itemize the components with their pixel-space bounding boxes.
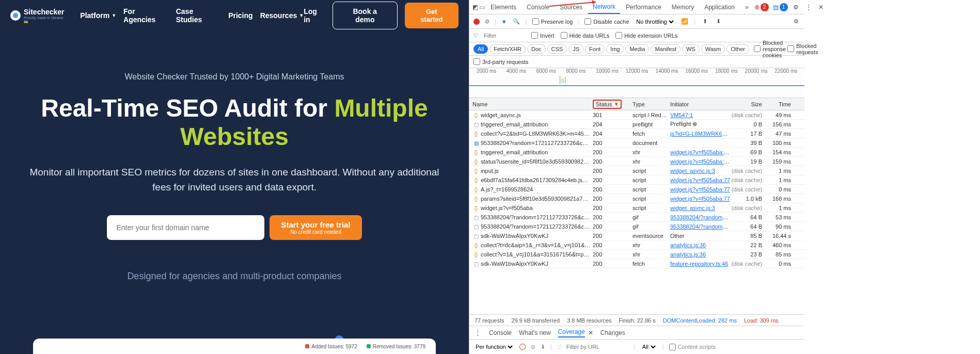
type-media[interactable]: Media	[625, 44, 649, 54]
logo[interactable]: Sitechecker Proudly made in Ukraine 🇺🇦	[10, 8, 69, 24]
table-row[interactable]: {}collect?v=1&_v=j101&a=315167156&t=page…	[469, 250, 804, 259]
type-other[interactable]: Other	[726, 44, 749, 54]
tab-sources[interactable]: Sources	[555, 1, 587, 13]
coverage-all-select[interactable]: All	[640, 343, 657, 350]
type-wasm[interactable]: Wasm	[701, 44, 725, 54]
blocked-requests-check[interactable]: Blocked requests	[787, 43, 818, 55]
table-row[interactable]: ▢triggered_email_attribution204preflight…	[469, 120, 804, 129]
type-ws[interactable]: WS	[682, 44, 700, 54]
initiator-link[interactable]: widget.js?v=f505aba:77	[670, 177, 730, 183]
tab-application[interactable]: Application	[700, 1, 739, 13]
drawer-tab-console[interactable]: Console	[489, 329, 512, 336]
domain-input[interactable]	[107, 215, 264, 240]
drawer-tab-changes[interactable]: Changes	[600, 329, 625, 336]
nav-cases[interactable]: Case Studies	[176, 7, 221, 24]
inspect-icon[interactable]: ◩	[472, 3, 478, 11]
nav-platform[interactable]: Platform▼	[80, 11, 116, 20]
initiator-link[interactable]: VM547:1	[670, 112, 693, 118]
more-tabs[interactable]: »	[740, 1, 753, 13]
coverage-export-icon[interactable]: ⬇	[541, 344, 545, 350]
initiator-link[interactable]: widget.js?v=f505aba:146	[670, 158, 730, 165]
type-js[interactable]: JS	[568, 44, 583, 54]
header-initiator[interactable]: Initiator	[668, 101, 730, 107]
content-scripts-check[interactable]: Content scripts	[669, 344, 716, 350]
preserve-log-check[interactable]: Preserve log	[532, 18, 573, 25]
book-demo-button[interactable]: Book a demo	[333, 2, 398, 29]
filter-icon[interactable]: ▼	[501, 19, 507, 25]
type-font[interactable]: Font	[585, 44, 605, 54]
type-all[interactable]: All	[473, 44, 488, 54]
header-type[interactable]: Type	[630, 101, 668, 107]
error-indicator[interactable]: ⊗2	[754, 3, 769, 11]
table-row[interactable]: ▤953388204?random=1721127233726&cv=11&f……	[469, 138, 804, 148]
drawer-menu-icon[interactable]: ⋮	[473, 329, 482, 337]
coverage-record-icon[interactable]	[519, 344, 526, 350]
initiator-link[interactable]: widget.js?v=f505aba:77	[670, 186, 730, 192]
initiator-link[interactable]: js?id=G-L8M3WRK63K&l=…	[670, 131, 730, 137]
hide-ext-check[interactable]: Hide extension URLs	[615, 32, 677, 39]
get-started-button[interactable]: Get started	[405, 3, 459, 28]
tab-memory[interactable]: Memory	[667, 1, 699, 13]
search-icon[interactable]: 🔍	[512, 18, 520, 26]
type-css[interactable]: CSS	[547, 44, 567, 54]
record-icon[interactable]	[473, 19, 480, 25]
table-row[interactable]: {}widget_async.js301script / Redir…VM547…	[469, 110, 804, 120]
drawer-tab-coverage[interactable]: Coverage	[558, 328, 585, 337]
table-row[interactable]: ▢953388204/?random=1721127233726&cv=11&……	[469, 213, 804, 222]
info-indicator[interactable]: ▤1	[773, 3, 788, 11]
coverage-url-filter[interactable]	[566, 344, 628, 350]
table-row[interactable]: {}status?usersite_id=5f8f10e3d5593009821…	[469, 157, 804, 166]
coverage-clear-icon[interactable]: ⊘	[531, 344, 535, 350]
tab-elements[interactable]: Elements	[486, 1, 521, 13]
initiator-link[interactable]: analytics.js:36	[670, 242, 706, 248]
initiator-link[interactable]: 953388204/?random=1721…	[670, 214, 730, 220]
device-icon[interactable]: ▭	[479, 3, 485, 11]
tab-performance[interactable]: Performance	[621, 1, 666, 13]
invert-check[interactable]: Invert	[531, 32, 555, 39]
table-row[interactable]: {}A.js?_t=1699528624200scriptwidget.js?v…	[469, 185, 804, 194]
third-party-check[interactable]	[473, 58, 480, 65]
drawer-tab-close-icon[interactable]: ✕	[588, 329, 593, 336]
timeline[interactable]: 2000 ms4000 ms6000 ms8000 ms10000 ms1200…	[469, 68, 804, 98]
initiator-link[interactable]: 953388204/?random=1721…	[670, 223, 730, 230]
gear-icon[interactable]: ⚙	[792, 3, 800, 11]
table-row[interactable]: ▢sdk-WaW1bwAIpxY0KwKJ200eventsourceOther…	[469, 231, 804, 240]
wifi-icon[interactable]: 📶	[681, 18, 689, 26]
type-fetch-xhr[interactable]: Fetch/XHR	[489, 44, 526, 54]
throttle-select[interactable]: No throttling	[634, 18, 675, 25]
initiator-link[interactable]: widget.js?v=f505aba:77	[670, 196, 730, 202]
download-icon[interactable]: ⬇	[714, 18, 722, 26]
table-row[interactable]: {}collect?t=dc&aip=1&_r=3&v=1&_v=j101&ti…	[469, 240, 804, 250]
initiator-link[interactable]: widget_async.js:3	[670, 168, 715, 174]
filter-input[interactable]	[484, 33, 525, 39]
close-icon[interactable]: ✕	[817, 3, 825, 11]
start-trial-button[interactable]: Start your free trial No credit card nee…	[270, 215, 361, 240]
initiator-link[interactable]: feature-repository.ts:46	[670, 261, 728, 267]
nav-resources[interactable]: Resources▼	[260, 11, 304, 20]
initiator-link[interactable]: widget.js?v=f505aba:146	[670, 149, 730, 155]
type-img[interactable]: Img	[606, 44, 624, 54]
drawer-tab-what-s-new[interactable]: What's new	[519, 329, 551, 336]
header-size[interactable]: Size	[730, 101, 766, 107]
table-row[interactable]: {}input.js200scriptwidget_async.js:3(dis…	[469, 166, 804, 175]
hide-data-check[interactable]: Hide data URLs	[561, 32, 610, 39]
upload-icon[interactable]: ⬆	[701, 18, 709, 26]
coverage-scope-select[interactable]: Per function	[473, 343, 514, 350]
header-time[interactable]: Time	[766, 101, 797, 107]
table-row[interactable]: {}widget.js?v=f505aba200scriptwidget_asy…	[469, 203, 804, 213]
table-row[interactable]: ▢sdk-WaW1bwAIpxY0KwKJ200fetchfeature-rep…	[469, 259, 804, 268]
kebab-icon[interactable]: ⋮	[804, 3, 813, 11]
login-link[interactable]: Log in	[304, 7, 325, 24]
initiator-link[interactable]: widget_async.js:3	[670, 205, 715, 211]
nav-pricing[interactable]: Pricing	[228, 11, 252, 20]
table-row[interactable]: {}params?siteid=5f8f10e3d5593009821a73d4…	[469, 194, 804, 203]
tab-console[interactable]: Console	[522, 1, 554, 13]
clear-icon[interactable]: ⊘	[485, 18, 489, 25]
initiator-link[interactable]: analytics.js:36	[670, 251, 706, 258]
tab-network[interactable]: Network	[588, 1, 620, 14]
table-row[interactable]: {}collect?v=2&tid=G-L8M3WRK63K>m=45je47……	[469, 129, 804, 138]
type-manifest[interactable]: Manifest	[651, 44, 681, 54]
header-status[interactable]: Status▼	[591, 100, 630, 109]
header-name[interactable]: Name	[469, 101, 591, 107]
table-row[interactable]: ▢953388204/?random=1721127233726&cv=11&……	[469, 222, 804, 231]
